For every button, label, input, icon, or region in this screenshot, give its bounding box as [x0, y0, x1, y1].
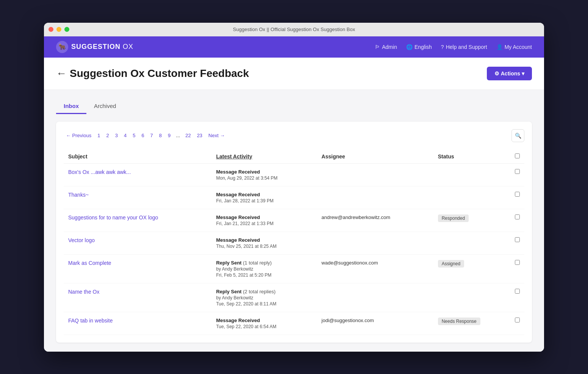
- subject-link[interactable]: Name the Ox: [68, 289, 99, 295]
- page-3-link[interactable]: 3: [113, 132, 120, 139]
- row-checkbox-cell: [510, 232, 524, 254]
- row-checkbox[interactable]: [515, 214, 520, 219]
- window-title: Suggestion Ox || Official Suggestion Ox …: [233, 27, 355, 32]
- table-header-row: Subject Latest Activity Assignee Status: [64, 150, 524, 164]
- activity-date: Tue, Sep 22, 2020 at 8:11 AM: [216, 301, 312, 307]
- select-all-checkbox[interactable]: [515, 153, 520, 158]
- next-page-link[interactable]: Next →: [206, 132, 227, 139]
- activity-by: by Andy Berkowitz: [216, 266, 312, 272]
- language-label: English: [414, 44, 432, 50]
- back-button[interactable]: ←: [56, 67, 67, 80]
- page-22-link[interactable]: 22: [183, 132, 193, 139]
- activity-date: Fri, Jan 28, 2022 at 1:39 PM: [216, 198, 312, 203]
- search-button[interactable]: 🔍: [511, 129, 524, 142]
- maximize-button[interactable]: [64, 27, 69, 32]
- page-7-link[interactable]: 7: [148, 132, 155, 139]
- table-row: Box's Ox ...awk awk awk...Message Receiv…: [64, 163, 524, 186]
- subject-cell: Vector logo: [64, 232, 211, 254]
- assignee-cell: [317, 232, 433, 254]
- top-nav: 🐂 SUGGESTION OX 🏳 Admin 🌐 English ? Help…: [44, 36, 544, 58]
- close-button[interactable]: [48, 27, 53, 32]
- account-link[interactable]: 👤 My Account: [496, 44, 532, 50]
- status-cell: [433, 232, 510, 254]
- row-checkbox[interactable]: [515, 260, 520, 265]
- activity-cell: Message ReceivedMon, Aug 29, 2022 at 3:5…: [211, 163, 317, 186]
- tabs: Inbox Archived: [56, 99, 532, 114]
- row-checkbox[interactable]: [515, 169, 520, 174]
- activity-title: Message Received: [216, 169, 312, 175]
- prev-page-link[interactable]: ← Previous: [64, 132, 94, 139]
- assignee-cell: wade@suggestionox.com: [317, 254, 433, 283]
- admin-label: Admin: [382, 44, 397, 50]
- subject-link[interactable]: Box's Ox ...awk awk awk...: [68, 169, 131, 175]
- subject-link[interactable]: FAQ tab in website: [68, 318, 113, 324]
- logo-suffix: OX: [123, 43, 133, 50]
- minimize-button[interactable]: [56, 27, 61, 32]
- activity-date: Tue, Sep 22, 2020 at 6:54 AM: [216, 324, 312, 329]
- admin-link[interactable]: 🏳 Admin: [375, 44, 397, 50]
- account-icon: 👤: [496, 44, 503, 50]
- status-cell: [433, 163, 510, 186]
- assignee-cell: [317, 186, 433, 209]
- page-5-link[interactable]: 5: [130, 132, 138, 139]
- activity-by: by Andy Berkowitz: [216, 295, 312, 300]
- subject-cell: Suggestions for to name your OX logo: [64, 209, 211, 232]
- row-checkbox[interactable]: [515, 318, 520, 322]
- subject-link[interactable]: Suggestions for to name your OX logo: [68, 214, 158, 221]
- activity-date: Thu, Nov 25, 2021 at 8:25 AM: [216, 244, 312, 249]
- page-1-link[interactable]: 1: [95, 132, 102, 139]
- logo-area: 🐂 SUGGESTION OX: [56, 41, 133, 53]
- admin-icon: 🏳: [375, 44, 380, 50]
- table-container: ← Previous 1 2 3 4 5 6 7 8 9 ... 22 23 N…: [56, 122, 532, 343]
- page-6-link[interactable]: 6: [139, 132, 146, 139]
- activity-header[interactable]: Latest Activity: [211, 150, 317, 164]
- language-link[interactable]: 🌐 English: [406, 44, 432, 50]
- content-area: Inbox Archived ← Previous 1 2 3 4 5 6 7 …: [44, 90, 544, 352]
- status-badge: Responded: [438, 214, 469, 222]
- logo-text: SUGGESTION OX: [71, 43, 133, 51]
- row-checkbox-cell: [510, 312, 524, 335]
- help-label: Help and Support: [446, 44, 487, 50]
- page-2-link[interactable]: 2: [104, 132, 111, 139]
- status-cell: [433, 186, 510, 209]
- subject-link[interactable]: Vector logo: [68, 237, 95, 243]
- actions-button[interactable]: ⚙ Actions ▾: [487, 67, 532, 80]
- page-23-link[interactable]: 23: [195, 132, 205, 139]
- pagination-links: ← Previous 1 2 3 4 5 6 7 8 9 ... 22 23 N…: [64, 132, 227, 139]
- row-checkbox[interactable]: [515, 192, 520, 197]
- table-row: Vector logoMessage ReceivedThu, Nov 25, …: [64, 232, 524, 254]
- subject-link[interactable]: Mark as Complete: [68, 260, 111, 266]
- status-header: Status: [433, 150, 510, 164]
- row-checkbox-cell: [510, 209, 524, 232]
- assignee-cell: jodi@suggestionox.com: [317, 312, 433, 335]
- activity-title: Reply Sent (2 total replies): [216, 289, 312, 294]
- activity-title: Reply Sent (1 total reply): [216, 260, 312, 266]
- subject-link[interactable]: Thanks~: [68, 192, 89, 198]
- page-9-link[interactable]: 9: [166, 132, 173, 139]
- tab-archived[interactable]: Archived: [86, 99, 124, 114]
- page-ellipsis: ...: [174, 132, 181, 139]
- page-header: ← Suggestion Ox Customer Feedback ⚙ Acti…: [44, 58, 544, 90]
- subject-cell: Name the Ox: [64, 283, 211, 312]
- activity-title: Message Received: [216, 192, 312, 197]
- table-row: Thanks~Message ReceivedFri, Jan 28, 2022…: [64, 186, 524, 209]
- status-badge: Assigned: [438, 260, 464, 268]
- subject-cell: Thanks~: [64, 186, 211, 209]
- page-4-link[interactable]: 4: [122, 132, 129, 139]
- row-checkbox[interactable]: [515, 237, 520, 242]
- nav-links: 🏳 Admin 🌐 English ? Help and Support 👤 M…: [375, 44, 532, 50]
- activity-cell: Message ReceivedTue, Sep 22, 2020 at 6:5…: [211, 312, 317, 335]
- row-checkbox[interactable]: [515, 289, 520, 294]
- table-row: Name the OxReply Sent (2 total replies)b…: [64, 283, 524, 312]
- search-icon: 🔍: [515, 133, 521, 139]
- row-checkbox-cell: [510, 186, 524, 209]
- window-controls: [48, 27, 69, 32]
- tab-inbox[interactable]: Inbox: [56, 99, 86, 114]
- status-cell: Responded: [433, 209, 510, 232]
- page-8-link[interactable]: 8: [157, 132, 164, 139]
- help-link[interactable]: ? Help and Support: [441, 44, 487, 50]
- subject-cell: Mark as Complete: [64, 254, 211, 283]
- feedback-table: Subject Latest Activity Assignee Status …: [64, 150, 524, 335]
- globe-icon: 🌐: [406, 44, 413, 50]
- assignee-cell: andrew@andrewberkowitz.com: [317, 209, 433, 232]
